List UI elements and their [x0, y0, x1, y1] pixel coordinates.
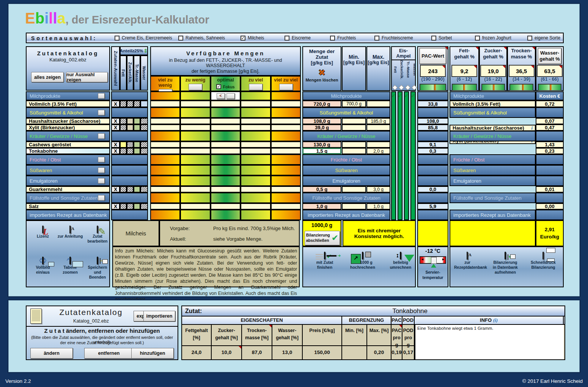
min-cell[interactable]	[342, 118, 366, 124]
tool-druck[interactable]: Schnelldruck Bilanzierung	[530, 252, 557, 270]
ingredient-name[interactable]: Cashews geröstet	[26, 141, 110, 148]
ingredient-selected-x[interactable]: X	[111, 124, 120, 131]
max-cell[interactable]: 2,0 g	[366, 148, 390, 154]
bilanzierung-button[interactable]: Bilanzierung abschließen ✔	[305, 231, 340, 245]
detail-value-cell[interactable]: 0,20	[367, 346, 391, 359]
tool-finishen[interactable]: ✔➜mit Zutat finishen	[311, 252, 338, 270]
sorte-checkbox[interactable]	[330, 36, 335, 41]
ingredient-selected-x[interactable]: X	[111, 148, 120, 154]
sorte-option[interactable]: Fruchteiscreme	[374, 35, 413, 41]
ingredient-name[interactable]: Haushaltszucker (Saccharose)	[26, 118, 110, 124]
show-selection-button[interactable]: nur Auswahl zeigen	[66, 72, 108, 82]
detail-value-cell[interactable]: 87,0	[242, 346, 272, 359]
info-icon[interactable]: i	[531, 125, 533, 131]
category-row[interactable]: Füllstoffe und Sonstige Zutaten	[26, 193, 110, 203]
hinzufuegen-button[interactable]: hinzufügen	[131, 348, 174, 359]
tool-anleitung[interactable]: Azur Anleitung	[57, 226, 83, 239]
import-button[interactable]: importieren	[143, 311, 175, 321]
ingredient-selected-x[interactable]: X	[111, 203, 120, 210]
entfernen-button[interactable]: entfernen	[84, 348, 134, 359]
ingredient-selected-x[interactable]: X	[111, 100, 120, 107]
min-cell[interactable]	[342, 186, 366, 193]
max-cell[interactable]: 185,0 g	[366, 118, 390, 124]
min-cell[interactable]	[342, 148, 366, 154]
menge-cell[interactable]: 0,5 g	[302, 186, 341, 193]
min-cell[interactable]	[342, 141, 366, 148]
temperature-slider[interactable]: ◄ ►	[420, 256, 446, 264]
category-toggle-button[interactable]	[98, 195, 105, 201]
category-row[interactable]: importiertes Rezept aus Datenbank	[26, 210, 110, 220]
zone-button[interactable]	[249, 84, 263, 90]
metric-header-button-pac[interactable]: PAC-Wert	[419, 48, 447, 64]
max-cell[interactable]	[366, 100, 390, 107]
max-cell[interactable]	[366, 141, 390, 148]
sorte-checkbox[interactable]	[115, 36, 119, 41]
zone-button[interactable]	[279, 84, 293, 90]
fokus-checkbox[interactable]: ✓	[216, 84, 221, 89]
ingredient-selected-x[interactable]: X	[111, 141, 120, 148]
tool-speichern[interactable]: ➾Speichern und Beenden	[84, 257, 111, 280]
sorte-checkbox[interactable]	[285, 36, 289, 41]
max-cell[interactable]: 1,0 g	[366, 203, 390, 210]
detail-value-cell[interactable]: 0,19	[391, 346, 402, 359]
tool-umrechnen[interactable]: ▼▲beliebig umrechnen	[387, 252, 414, 270]
tool-lizenz[interactable]: LLizenz	[30, 226, 56, 239]
tool-zutat-bearbeiten[interactable]: ✎Zutat bearbeiten	[84, 226, 111, 244]
max-cell[interactable]	[366, 124, 390, 131]
menge-cell[interactable]: 39,0 g	[302, 124, 341, 131]
sorte-option[interactable]: frozen Joghurt	[475, 35, 511, 41]
ingredient-name[interactable]: Xylit (Birkenzucker)	[26, 124, 110, 131]
detail-value-cell[interactable]: 150,00	[303, 346, 342, 359]
category-toggle-button[interactable]	[98, 178, 105, 184]
menge-cell[interactable]: 1,0 g	[302, 203, 341, 210]
sorte-option[interactable]: Fruchteis	[330, 35, 356, 41]
category-toggle-button[interactable]	[98, 133, 105, 139]
tool-tabelle-zoomen[interactable]: ↗Tabelle zoomen	[57, 257, 83, 275]
menge-cell[interactable]: 108,0 g	[302, 118, 341, 124]
sorte-checkbox[interactable]	[431, 36, 436, 41]
menge-cell[interactable]: 1,5 g	[302, 148, 341, 154]
tool-vollbild[interactable]: ↖↗↙↘Vollbild ein/aus	[30, 257, 56, 275]
metric-header-button-wasser[interactable]: Wasser- gehalt %	[538, 48, 562, 64]
category-row[interactable]: Süßwaren	[26, 165, 110, 175]
sorte-option[interactable]: Eiscreme	[285, 35, 311, 41]
tool-bilanz-db[interactable]: ▼Bilanzierung in Datenbank aufnehmen	[492, 252, 519, 275]
sorte-checkbox[interactable]	[178, 36, 183, 41]
prev-button[interactable]: <	[217, 93, 225, 99]
zone-button[interactable]	[189, 84, 202, 90]
mid-button[interactable]	[226, 93, 235, 99]
ingredient-name[interactable]: Vollmilch (3.5% Fett)	[26, 100, 110, 107]
menge-cell[interactable]: 130,0 g	[302, 141, 341, 148]
max-cell[interactable]: 3,0 g	[366, 186, 390, 193]
detail-value-cell[interactable]: 13,0	[272, 346, 303, 359]
category-row[interactable]: Milchprodukte	[26, 91, 110, 100]
min-cell[interactable]	[342, 203, 366, 210]
menge-cell[interactable]: 720,0 g	[302, 100, 341, 107]
tool-rezeptdb[interactable]: Azur Rezeptdatenbank	[454, 252, 481, 270]
tool-hochrechnen[interactable]: ↗auf 1000 g hochrechnen	[349, 252, 376, 270]
aendern-button[interactable]: ändern	[30, 348, 73, 359]
detail-value-cell[interactable]: 0,17	[402, 346, 415, 359]
slider-left-arrow-icon[interactable]: ◄	[421, 257, 424, 261]
sorte-option[interactable]: Rahmeis, Sahneeis	[178, 35, 225, 41]
sorte-checkbox[interactable]	[475, 36, 480, 41]
sorte-checkbox[interactable]: ✓	[241, 36, 245, 41]
category-toggle-button[interactable]	[98, 110, 105, 116]
sorte-option[interactable]: Creme Eis, Eiercremeeis	[115, 35, 172, 41]
ingredient-name[interactable]: Salz	[26, 203, 110, 210]
sorte-checkbox[interactable]	[527, 36, 532, 41]
ingredient-name[interactable]: Guarkernmehl	[26, 186, 110, 193]
category-toggle-button[interactable]	[98, 157, 105, 163]
category-row[interactable]: Kräuter / Gewürze / Nüsse	[26, 131, 110, 141]
clear-quantities-icon[interactable]: ✖	[303, 68, 341, 78]
sorte-option[interactable]: ✓ Milcheis	[241, 35, 264, 41]
detail-value-cell[interactable]: 10,0	[212, 346, 242, 359]
category-toggle-button[interactable]	[98, 168, 105, 173]
slider-right-arrow-icon[interactable]: ►	[442, 257, 445, 261]
min-cell[interactable]	[342, 124, 366, 131]
category-toggle-button[interactable]	[98, 93, 105, 99]
category-row[interactable]: Emulgatoren	[26, 175, 110, 186]
ingredient-selected-x[interactable]: X	[111, 118, 120, 124]
sorte-option[interactable]: Sorbet	[431, 35, 452, 41]
clear-quantities-label[interactable]: Mengen löschen	[303, 78, 341, 82]
